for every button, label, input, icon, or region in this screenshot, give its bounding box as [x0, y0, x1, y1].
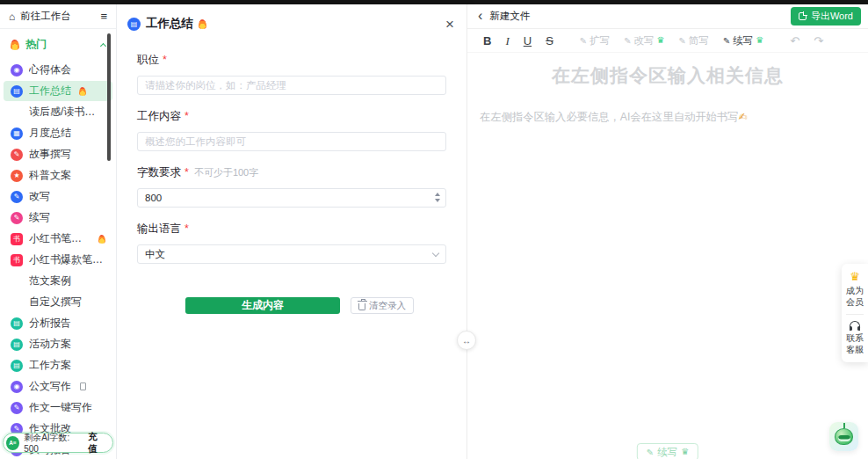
- item-icon: ◉: [11, 64, 23, 76]
- sidebar-item[interactable]: 书 小红书爆款笔记标题...: [4, 250, 112, 270]
- home-icon: ⌂: [9, 11, 15, 23]
- sidebar-item[interactable]: ✎ 故事撰写: [4, 144, 112, 164]
- sidebar-item[interactable]: ✎ 改写: [4, 186, 112, 207]
- section-hot-label: 热门: [25, 37, 47, 52]
- editor-body[interactable]: 在左侧指令区输入相关信息 在左侧指令区输入必要信息，AI会在这里自动开始书写✍ …: [467, 63, 868, 459]
- sidebar-item[interactable]: 读后感/读书笔记: [4, 102, 112, 122]
- item-label: 分析报告: [29, 316, 71, 331]
- generate-button[interactable]: 生成内容: [185, 297, 340, 314]
- redo-icon[interactable]: ↷: [814, 34, 823, 47]
- required-mark: *: [184, 166, 189, 178]
- stepper-up-icon[interactable]: [435, 193, 440, 196]
- item-badge: [98, 235, 105, 244]
- sidebar-item[interactable]: ✎ 续写: [4, 208, 112, 228]
- sidebar-item[interactable]: 书 小红书笔记生成: [4, 229, 112, 249]
- item-label: 工作总结: [29, 84, 71, 98]
- item-icon: 书: [11, 233, 23, 245]
- sidebar-item[interactable]: ★ 科普文案: [4, 165, 112, 186]
- undo-icon[interactable]: ↶: [790, 34, 799, 47]
- sidebar-item[interactable]: ▤ 工作方案: [4, 355, 112, 375]
- export-label: 导出Word: [811, 10, 853, 23]
- section-hot[interactable]: 热门: [0, 29, 116, 57]
- editor-placeholder-title: 在左侧指令区输入相关信息: [467, 63, 868, 88]
- document-title[interactable]: 新建文件: [489, 10, 530, 23]
- item-label: 公文写作: [29, 379, 71, 394]
- number-stepper[interactable]: [435, 193, 440, 202]
- language-value[interactable]: [137, 244, 446, 264]
- bold-button[interactable]: B: [483, 35, 491, 47]
- italic-button[interactable]: I: [505, 35, 509, 47]
- pen-icon: ✎: [679, 36, 686, 46]
- item-icon: [11, 106, 23, 119]
- form-body: 职位 * 工作内容 * 字数要求 * 不可少于100字: [118, 32, 467, 314]
- field-label-position: 职位 *: [137, 53, 446, 68]
- item-icon: [11, 275, 23, 288]
- pen-icon: ✎: [723, 36, 730, 46]
- continue-button[interactable]: ✎ 续写 ♛: [723, 34, 763, 47]
- expand-label: 扩写: [590, 34, 610, 47]
- trash-icon: [358, 303, 365, 310]
- sidebar-item[interactable]: ✎ 作文一键写作: [4, 397, 112, 418]
- sidebar-item[interactable]: ▦ 月度总结: [4, 123, 112, 143]
- back-icon[interactable]: ‹: [478, 9, 482, 23]
- crown-icon: ♛: [844, 271, 865, 283]
- item-label: 作文一键写作: [29, 400, 92, 415]
- workspace-link[interactable]: 前往工作台: [20, 10, 71, 23]
- sidebar: ⌂ 前往工作台 ≡ 热门 ◉ 心得体会 ▤ 工作总结 读后感/读书笔记 ▦ 月度…: [0, 4, 117, 459]
- sidebar-item[interactable]: 自定义撰写: [4, 292, 112, 312]
- item-label: 月度总结: [29, 126, 71, 141]
- underline-button[interactable]: U: [524, 35, 532, 47]
- export-word-button[interactable]: 导出Word: [791, 7, 861, 26]
- item-icon: ✎: [11, 149, 23, 161]
- rewrite-button[interactable]: ✎ 改写 ♛: [624, 34, 664, 47]
- item-label: 小红书爆款笔记标题...: [29, 252, 105, 267]
- item-label: 小红书笔记生成: [29, 231, 90, 246]
- item-icon: ◉: [11, 381, 23, 393]
- wordcount-input[interactable]: [137, 188, 446, 208]
- become-member-button[interactable]: 成为会员: [844, 286, 865, 308]
- pen-icon: ✎: [647, 448, 654, 457]
- item-icon: ▤: [11, 85, 23, 98]
- robot-icon: [835, 428, 853, 445]
- menu-icon[interactable]: ≡: [100, 10, 107, 23]
- pen-icon: ✎: [580, 36, 587, 46]
- item-icon: ✎: [11, 191, 23, 203]
- sidebar-item[interactable]: ◉ 心得体会: [4, 60, 112, 80]
- item-label: 故事撰写: [29, 147, 71, 162]
- simplify-button[interactable]: ✎ 简写: [679, 34, 709, 47]
- sidebar-item[interactable]: ▤ 工作总结: [4, 81, 112, 101]
- item-icon: ▤: [11, 317, 23, 330]
- ai-badge-icon: A≡: [6, 436, 19, 450]
- item-label: 改写: [29, 189, 50, 204]
- flame-icon: [199, 19, 206, 29]
- form-header: ▤ 工作总结 ×: [118, 4, 467, 32]
- position-input[interactable]: [137, 76, 446, 95]
- sidebar-item[interactable]: ▤ 分析报告: [4, 313, 112, 333]
- language-select[interactable]: [137, 244, 446, 264]
- sidebar-scrollbar[interactable]: [107, 33, 111, 161]
- expand-button[interactable]: ✎ 扩写: [580, 34, 610, 47]
- sidebar-item[interactable]: 范文案例: [4, 271, 112, 291]
- close-icon[interactable]: ×: [445, 17, 454, 32]
- writing-hand-icon: ✍: [738, 111, 747, 123]
- contact-support-button[interactable]: 联系客服: [844, 333, 865, 355]
- work-content-input[interactable]: [137, 132, 446, 151]
- editor-panel: ‹ 新建文件 导出Word B I U S ✎ 扩写 ✎ 改写 ♛ ✎ 简: [467, 4, 868, 459]
- divider: [846, 314, 864, 315]
- clear-button[interactable]: 清空录入: [351, 297, 414, 314]
- recharge-button[interactable]: 充值: [88, 431, 105, 455]
- simplify-label: 简写: [689, 34, 709, 47]
- item-label: 续写: [29, 210, 50, 225]
- sidebar-item[interactable]: ▤ 活动方案: [4, 334, 112, 354]
- sidebar-item[interactable]: ◉ 公文写作: [4, 376, 112, 397]
- item-icon: ▤: [11, 360, 23, 372]
- stepper-down-icon[interactable]: [435, 199, 440, 202]
- assistant-fab[interactable]: [829, 422, 858, 451]
- side-widget-card: ♛ 成为会员 联系客服: [842, 264, 868, 362]
- strikethrough-button[interactable]: S: [546, 35, 553, 47]
- label-text: 职位: [137, 53, 159, 68]
- continue-pill-button[interactable]: ✎ 续写 ♛: [637, 443, 698, 459]
- panel-resize-handle[interactable]: ↔: [457, 331, 476, 350]
- item-icon: ★: [11, 170, 23, 182]
- label-text: 字数要求: [137, 165, 181, 180]
